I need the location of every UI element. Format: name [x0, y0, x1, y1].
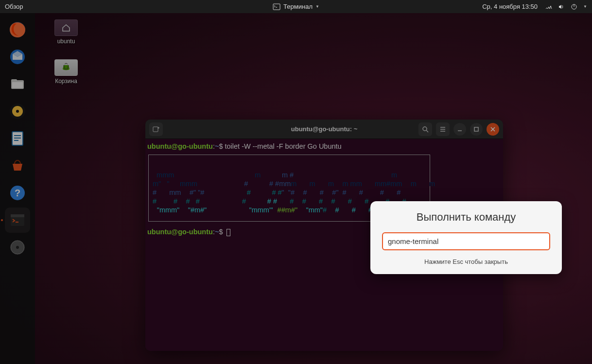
run-dialog-hint: Нажмите Esc чтобы закрыть: [382, 258, 550, 265]
app-menu[interactable]: Терминал ▼: [273, 3, 319, 11]
activities-button[interactable]: Обзор: [5, 3, 23, 10]
app-menu-label: Терминал: [283, 3, 313, 10]
modal-backdrop[interactable]: [0, 13, 592, 364]
chevron-down-icon: ▼: [315, 4, 319, 9]
power-icon: [571, 3, 577, 10]
top-bar: Обзор Терминал ▼ Ср, 4 ноября 13:50 ▼: [0, 0, 592, 13]
clock[interactable]: Ср, 4 ноября 13:50: [482, 3, 538, 10]
run-command-input[interactable]: [382, 232, 550, 250]
run-dialog-title: Выполнить команду: [382, 211, 550, 224]
terminal-icon: [273, 3, 280, 11]
svg-rect-0: [273, 4, 280, 10]
status-area[interactable]: ▼: [545, 3, 587, 10]
run-command-dialog: Выполнить команду Нажмите Esc чтобы закр…: [370, 201, 562, 274]
chevron-down-icon: ▼: [583, 4, 587, 9]
volume-icon: [558, 3, 565, 10]
network-icon: [545, 3, 552, 10]
